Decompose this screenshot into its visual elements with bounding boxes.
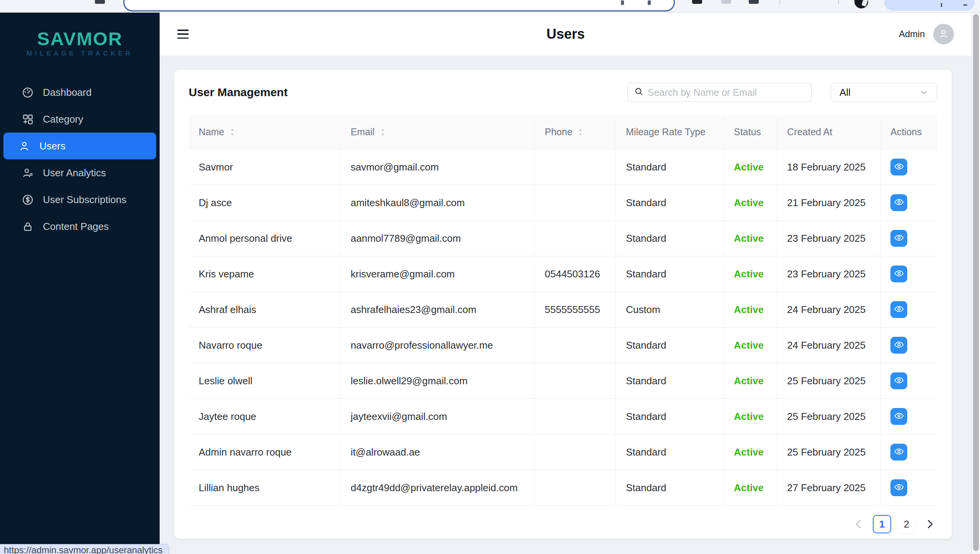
- column-header-status: Status: [724, 115, 777, 149]
- cell-name: Ashraf elhais: [189, 292, 340, 327]
- column-header-phone[interactable]: Phone: [534, 115, 616, 149]
- view-user-button[interactable]: [890, 301, 907, 318]
- browser-toolbar-divider: [838, 0, 839, 4]
- column-label: Status: [734, 126, 761, 138]
- user-analytics-icon: [22, 167, 34, 179]
- cell-actions: [880, 221, 937, 256]
- view-user-button[interactable]: [890, 337, 907, 354]
- lock-icon: [22, 221, 34, 233]
- view-user-button[interactable]: [890, 194, 907, 211]
- cell-rate-type: Standard: [616, 221, 724, 256]
- cell-created-at: 25 February 2025: [777, 399, 880, 434]
- view-user-button[interactable]: [890, 372, 907, 389]
- cell-name: Anmol personal drive: [189, 221, 340, 256]
- browser-extension-icon[interactable]: [692, 0, 702, 4]
- cell-email: aanmol7789@gmail.com: [340, 221, 534, 256]
- status-badge: Active: [734, 339, 764, 351]
- eye-icon: [894, 304, 904, 315]
- cell-name: Jaytee roque: [189, 399, 340, 434]
- page-button-1[interactable]: 1: [873, 515, 891, 533]
- scrollbar-thumb[interactable]: [973, 14, 979, 551]
- cell-actions: [880, 256, 937, 292]
- view-user-button[interactable]: [890, 479, 907, 496]
- cell-rate-type: Standard: [616, 256, 724, 292]
- view-user-button[interactable]: [890, 159, 907, 175]
- eye-icon: [894, 268, 904, 280]
- cell-actions: [880, 328, 937, 363]
- cell-actions: [880, 399, 937, 434]
- eye-icon: [894, 197, 904, 208]
- next-page-button[interactable]: [923, 518, 936, 531]
- page-title: Users: [160, 26, 972, 42]
- column-header-email[interactable]: Email: [340, 115, 534, 149]
- sidebar-item-users[interactable]: Users: [3, 133, 156, 159]
- omnibox-icon[interactable]: [621, 0, 624, 5]
- user-icon: [18, 140, 30, 152]
- table-row: Ashraf elhais ashrafelhaies23@gmail.com …: [189, 292, 937, 328]
- gauge-icon: [22, 87, 34, 98]
- sidebar-item-label: Users: [39, 140, 65, 152]
- column-header-mileage-rate-type: Mileage Rate Type: [616, 115, 724, 149]
- status-filter-select[interactable]: All: [831, 83, 937, 102]
- cell-rate-type: Standard: [616, 185, 724, 220]
- menu-toggle-button[interactable]: [177, 30, 189, 39]
- cell-phone: 0544503126: [534, 256, 616, 292]
- page-button-2[interactable]: 2: [897, 515, 916, 533]
- prev-page-button[interactable]: [852, 518, 865, 531]
- column-header-actions: Actions: [880, 115, 937, 149]
- table-row: Navarro roque navarro@professionallawyer…: [189, 328, 937, 363]
- table-row: Admin navarro roque it@alrowaad.ae Stand…: [189, 434, 937, 470]
- browser-extension-icon[interactable]: [749, 0, 759, 4]
- cell-phone: 5555555555: [534, 292, 616, 327]
- view-user-button[interactable]: [890, 444, 907, 461]
- cell-email: amiteshkaul8@gmail.com: [340, 185, 534, 220]
- browser-extension-icon[interactable]: [721, 0, 731, 4]
- user-avatar[interactable]: [933, 24, 954, 44]
- cell-name: Lillian hughes: [189, 470, 340, 505]
- cell-created-at: 21 February 2025: [777, 185, 880, 220]
- view-user-button[interactable]: [890, 266, 907, 282]
- sidebar-item-category[interactable]: Category: [3, 106, 156, 133]
- sidebar: SAVMOR MILEAGE TRACKER Dashboard Categor…: [0, 13, 160, 554]
- section-title: User Management: [189, 86, 287, 99]
- cell-created-at: 25 February 2025: [777, 363, 880, 398]
- category-icon: [22, 113, 34, 125]
- view-user-button[interactable]: [890, 408, 907, 425]
- column-label: Mileage Rate Type: [626, 126, 706, 138]
- cell-email: jayteexvii@gmail.com: [340, 399, 534, 434]
- sidebar-item-dashboard[interactable]: Dashboard: [3, 79, 156, 106]
- column-header-name[interactable]: Name: [189, 115, 340, 149]
- sidebar-item-label: Content Pages: [43, 221, 109, 233]
- omnibox-icon[interactable]: [648, 0, 651, 5]
- browser-action-button[interactable]: [884, 0, 975, 11]
- sidebar-item-user-subscriptions[interactable]: User Subscriptions: [3, 186, 156, 213]
- sidebar-item-content-pages[interactable]: Content Pages: [3, 213, 156, 240]
- logo-title: SAVMOR: [0, 28, 160, 49]
- sidebar-item-label: User Analytics: [43, 167, 106, 179]
- browser-address-bar[interactable]: [123, 0, 675, 11]
- cell-email: leslie.olwell29@gmail.com: [340, 363, 534, 398]
- status-badge: Active: [734, 161, 764, 173]
- cell-created-at: 23 February 2025: [777, 221, 880, 256]
- app-logo: SAVMOR MILEAGE TRACKER: [0, 13, 160, 57]
- column-label: Created At: [787, 126, 832, 138]
- search-input[interactable]: [648, 87, 805, 98]
- vertical-scrollbar[interactable]: [972, 13, 980, 554]
- browser-profile-avatar[interactable]: [854, 0, 868, 8]
- cell-status: Active: [724, 221, 777, 256]
- view-user-button[interactable]: [890, 230, 907, 247]
- cell-rate-type: Standard: [616, 149, 724, 185]
- cell-status: Active: [724, 470, 777, 505]
- browser-tab-fragment[interactable]: [95, 0, 105, 4]
- sidebar-item-user-analytics[interactable]: User Analytics: [3, 159, 156, 186]
- sort-icon: [577, 127, 584, 137]
- status-badge: Active: [734, 233, 764, 244]
- user-management-card: User Management All Name Email Phone Mil…: [174, 70, 952, 539]
- search-icon: [634, 87, 644, 98]
- cell-rate-type: Custom: [616, 292, 724, 327]
- chevron-down-icon: [919, 88, 928, 97]
- cell-rate-type: Standard: [616, 399, 724, 434]
- cell-name: Navarro roque: [189, 328, 340, 363]
- search-box: [627, 83, 812, 102]
- status-badge: Active: [734, 268, 764, 280]
